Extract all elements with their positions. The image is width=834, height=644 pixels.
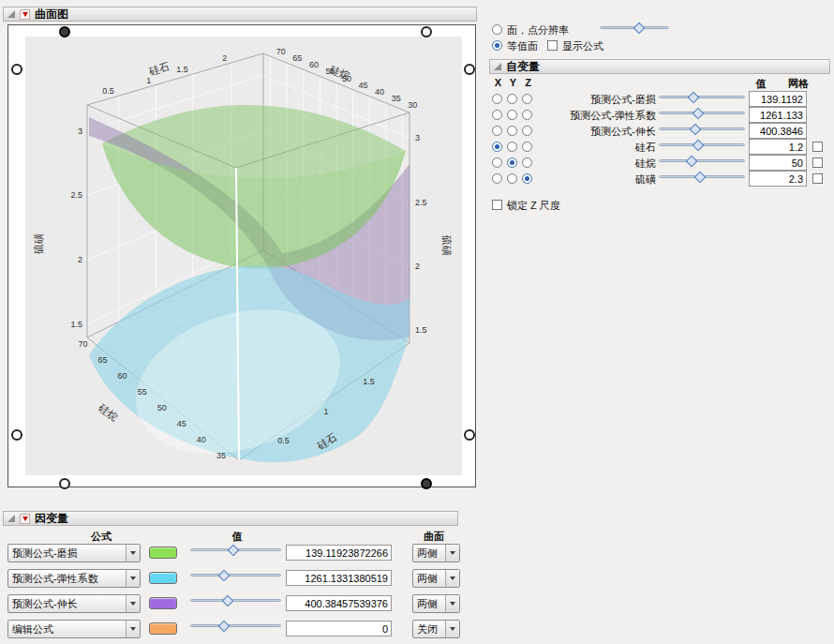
resize-handle[interactable] <box>59 478 70 489</box>
variable-label: 预测公式-伸长 <box>538 125 656 139</box>
red-triangle-menu-icon[interactable] <box>20 9 30 20</box>
z-axis-label-right: 硫磺 <box>441 235 453 256</box>
surface-plot-canvas[interactable]: 0.511.5270656055504540353032.521.532.521… <box>7 24 476 487</box>
surface-mode-dropdown[interactable]: 两侧 <box>412 594 460 613</box>
y-radio[interactable] <box>507 110 517 120</box>
resize-handle[interactable] <box>464 429 475 441</box>
variable-label: 硅石 <box>538 141 656 155</box>
variable-slider[interactable] <box>659 90 745 103</box>
variable-slider[interactable] <box>659 170 745 183</box>
z-radio[interactable] <box>522 126 532 136</box>
variable-value-field[interactable] <box>749 171 807 187</box>
sheet-points-radio[interactable] <box>492 24 502 35</box>
svg-text:0.5: 0.5 <box>102 86 114 96</box>
surface-color-swatch[interactable] <box>149 622 177 635</box>
svg-text:2.5: 2.5 <box>70 190 82 200</box>
resize-handle[interactable] <box>11 429 22 441</box>
resize-handle[interactable] <box>421 26 432 37</box>
variable-value-field[interactable] <box>749 91 807 107</box>
resize-handle[interactable] <box>421 478 432 489</box>
surface-color-swatch[interactable] <box>149 597 177 609</box>
grid-column-header: 网格 <box>780 77 817 91</box>
x-radio[interactable] <box>492 126 502 136</box>
x-radio[interactable] <box>492 173 502 184</box>
collapse-triangle-icon[interactable] <box>494 63 501 70</box>
collapse-triangle-icon[interactable] <box>7 10 15 18</box>
z-radio[interactable] <box>522 157 532 168</box>
formula-dropdown[interactable]: 编辑公式 <box>7 620 141 638</box>
value-slider[interactable] <box>190 543 281 556</box>
red-triangle-menu-icon[interactable] <box>20 514 30 524</box>
svg-text:35: 35 <box>216 451 226 460</box>
svg-text:40: 40 <box>197 435 206 444</box>
resize-handle[interactable] <box>59 26 70 37</box>
collapse-triangle-icon[interactable] <box>7 515 15 522</box>
formula-dropdown[interactable]: 预测公式-弹性系数 <box>7 569 141 588</box>
resize-handle[interactable] <box>11 64 22 75</box>
value-field[interactable] <box>286 545 392 561</box>
svg-text:50: 50 <box>157 403 167 412</box>
variable-value-field[interactable] <box>749 123 807 139</box>
z-radio[interactable] <box>522 94 532 104</box>
x-radio[interactable] <box>492 110 502 120</box>
surface-mode-dropdown[interactable]: 两侧 <box>412 544 460 562</box>
show-formula-checkbox[interactable] <box>547 40 558 51</box>
surface-column-header: 曲面 <box>406 530 462 544</box>
y-radio[interactable] <box>507 142 517 152</box>
formula-dropdown-label: 编辑公式 <box>8 622 126 637</box>
variable-slider[interactable] <box>659 106 745 119</box>
svg-text:3: 3 <box>78 127 82 136</box>
grid-checkbox[interactable] <box>812 142 823 152</box>
x-column-header: X <box>493 77 503 88</box>
formula-dropdown[interactable]: 预测公式-伸长 <box>7 594 141 613</box>
y-radio[interactable] <box>507 94 517 104</box>
z-radio[interactable] <box>522 173 532 184</box>
value-slider[interactable] <box>190 619 281 632</box>
lock-z-checkbox[interactable] <box>492 200 502 210</box>
value-slider[interactable] <box>190 593 281 607</box>
grid-checkbox[interactable] <box>812 157 823 168</box>
value-slider[interactable] <box>190 568 281 581</box>
y-radio[interactable] <box>507 126 517 136</box>
svg-text:70: 70 <box>276 47 286 56</box>
variable-value-field[interactable] <box>749 139 807 155</box>
value-field[interactable] <box>286 595 392 611</box>
chevron-down-icon <box>445 595 459 612</box>
formula-dropdown[interactable]: 预测公式-磨损 <box>7 544 141 562</box>
resolution-label: 面，点分辨率 <box>507 23 569 37</box>
x-radio[interactable] <box>492 157 502 168</box>
surface-mode-label: 两侧 <box>413 597 445 611</box>
svg-text:40: 40 <box>375 87 384 97</box>
grid-checkbox[interactable] <box>812 173 823 184</box>
y-radio[interactable] <box>507 173 517 184</box>
surface-mode-dropdown[interactable]: 关闭 <box>412 620 460 638</box>
resolution-slider[interactable] <box>600 21 669 34</box>
variable-label: 硫磺 <box>538 172 656 187</box>
variable-label: 预测公式-弹性系数 <box>538 109 656 123</box>
surface-color-swatch[interactable] <box>149 547 177 559</box>
svg-text:1.5: 1.5 <box>176 65 188 74</box>
variable-value-field[interactable] <box>749 107 807 123</box>
value-field[interactable] <box>286 570 392 586</box>
variable-slider[interactable] <box>659 138 745 151</box>
value-field[interactable] <box>286 621 392 637</box>
x-radio[interactable] <box>492 94 502 104</box>
y-radio[interactable] <box>507 157 517 168</box>
formula-dropdown-label: 预测公式-伸长 <box>8 597 126 611</box>
independent-panel-header: 自变量 <box>489 59 830 74</box>
z-radio[interactable] <box>522 142 532 152</box>
chevron-down-icon <box>126 621 140 637</box>
surface-color-swatch[interactable] <box>149 572 177 584</box>
variable-slider[interactable] <box>659 122 745 135</box>
variable-value-field[interactable] <box>749 155 807 171</box>
svg-text:60: 60 <box>118 371 127 381</box>
chevron-down-icon <box>126 545 140 562</box>
x-radio[interactable] <box>492 142 502 152</box>
svg-text:65: 65 <box>98 355 108 365</box>
variable-slider[interactable] <box>659 154 745 167</box>
z-radio[interactable] <box>522 110 532 120</box>
surface-mode-dropdown[interactable]: 两侧 <box>412 569 460 588</box>
chevron-down-icon <box>445 621 459 637</box>
isosurface-radio[interactable] <box>492 40 502 51</box>
resize-handle[interactable] <box>464 64 475 75</box>
